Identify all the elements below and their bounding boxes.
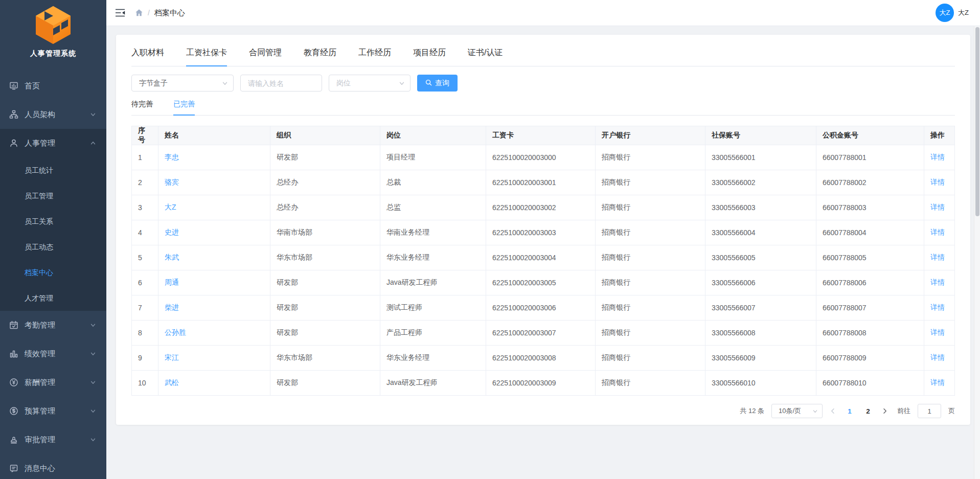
tab[interactable]: 项目经历 xyxy=(413,43,446,66)
chevron-down-icon xyxy=(399,80,405,86)
scrollbar-thumb[interactable] xyxy=(975,27,979,216)
approval-icon xyxy=(9,435,18,444)
prev-page-button[interactable] xyxy=(830,408,836,414)
chevron-down-icon xyxy=(90,111,96,118)
detail-link[interactable]: 详情 xyxy=(924,220,955,245)
subtab[interactable]: 已完善 xyxy=(173,100,195,115)
cell-name-link[interactable]: 宋江 xyxy=(158,346,270,371)
detail-link[interactable]: 详情 xyxy=(924,371,955,396)
tab[interactable]: 工资社保卡 xyxy=(186,43,227,66)
dashboard-icon xyxy=(9,81,18,90)
detail-link[interactable]: 详情 xyxy=(924,295,955,321)
sidebar-group: 人员架构 xyxy=(0,100,106,129)
page-size-select[interactable]: 10条/页 xyxy=(771,404,823,418)
detail-link[interactable]: 详情 xyxy=(924,245,955,270)
table-row: 8公孙胜研发部产品工程师6225100020003007招商银行33005566… xyxy=(132,321,955,346)
cell-org: 研发部 xyxy=(270,371,380,396)
column-header: 组织 xyxy=(270,126,380,145)
next-page-button[interactable] xyxy=(882,408,888,414)
detail-link[interactable]: 详情 xyxy=(924,346,955,371)
name-input[interactable] xyxy=(240,75,322,92)
cell-salary-card: 6225100020003009 xyxy=(486,371,596,396)
cell-org: 研发部 xyxy=(270,295,380,321)
company-select[interactable]: 字节盒子 xyxy=(131,75,234,92)
cell-name-link[interactable]: 武松 xyxy=(158,371,270,396)
sidebar-subitem[interactable]: 员工统计 xyxy=(0,157,106,183)
detail-link[interactable]: 详情 xyxy=(924,195,955,220)
sidebar-item[interactable]: 人事管理 xyxy=(0,129,106,157)
column-header: 岗位 xyxy=(380,126,486,145)
sidebar-group: 审批管理 xyxy=(0,425,106,454)
sidebar-subitem[interactable]: 员工关系 xyxy=(0,209,106,234)
page-number[interactable]: 1 xyxy=(843,407,856,415)
sidebar-item-label: 首页 xyxy=(25,81,40,91)
sidebar-subitem[interactable]: 人才管理 xyxy=(0,285,106,311)
chevron-down-icon xyxy=(90,322,96,328)
cell-salary-card: 6225100020003006 xyxy=(486,295,596,321)
cell-name-link[interactable]: 骆宾 xyxy=(158,170,270,195)
cell-name-link[interactable]: 朱武 xyxy=(158,245,270,270)
cell-bank: 招商银行 xyxy=(596,220,705,245)
goto-page-input[interactable] xyxy=(918,404,941,418)
cell-org: 研发部 xyxy=(270,270,380,295)
cell-name-link[interactable]: 柴进 xyxy=(158,295,270,321)
cell-fund: 66007788008 xyxy=(816,321,924,346)
sidebar-item[interactable]: 考勤管理 xyxy=(0,311,106,339)
detail-link[interactable]: 详情 xyxy=(924,270,955,295)
cell-fund: 66007788006 xyxy=(816,270,924,295)
tab[interactable]: 教育经历 xyxy=(304,43,336,66)
sidebar-item[interactable]: 薪酬管理 xyxy=(0,368,106,397)
detail-link[interactable]: 详情 xyxy=(924,170,955,195)
breadcrumb-separator: / xyxy=(148,9,150,17)
sidebar-item[interactable]: 消息中心 xyxy=(0,454,106,479)
sidebar-group: 预算管理 xyxy=(0,397,106,425)
cell-salary-card: 6225100020003008 xyxy=(486,346,596,371)
position-select[interactable]: 岗位 xyxy=(329,75,411,92)
sidebar-item[interactable]: 审批管理 xyxy=(0,425,106,454)
cell-name-link[interactable]: 周通 xyxy=(158,270,270,295)
home-icon[interactable] xyxy=(135,9,143,17)
sidebar-item-label: 预算管理 xyxy=(25,406,55,416)
cell-social-security: 33005566006 xyxy=(705,270,816,295)
tab[interactable]: 工作经历 xyxy=(358,43,391,66)
page-scrollbar[interactable] xyxy=(974,26,980,479)
sidebar-item-label: 人员架构 xyxy=(25,110,55,120)
logo-icon xyxy=(0,5,106,45)
cell-social-security: 33005566009 xyxy=(705,346,816,371)
tab[interactable]: 证书/认证 xyxy=(468,43,503,66)
sidebar-group: 消息中心 xyxy=(0,454,106,479)
tab[interactable]: 合同管理 xyxy=(249,43,282,66)
page-size-value: 10条/页 xyxy=(779,406,812,416)
avatar[interactable]: 大Z xyxy=(936,4,954,22)
sidebar-item[interactable]: 首页 xyxy=(0,72,106,100)
menu-fold-icon[interactable] xyxy=(115,8,125,17)
detail-link[interactable]: 详情 xyxy=(924,145,955,170)
pagination-total: 共 12 条 xyxy=(740,406,764,416)
cell-name-link[interactable]: 李忠 xyxy=(158,145,270,170)
search-button[interactable]: 查询 xyxy=(417,75,458,92)
sidebar-item-label: 消息中心 xyxy=(25,464,55,473)
cell-salary-card: 6225100020003003 xyxy=(486,220,596,245)
subtab[interactable]: 待完善 xyxy=(131,100,153,115)
subtab-bar: 待完善已完善 xyxy=(131,100,955,116)
org-icon xyxy=(9,110,18,119)
budget-icon xyxy=(9,406,18,416)
cell-name-link[interactable]: 史进 xyxy=(158,220,270,245)
cell-salary-card: 6225100020003002 xyxy=(486,195,596,220)
calendar-icon xyxy=(9,321,18,330)
cell-name-link[interactable]: 大Z xyxy=(158,195,270,220)
cell-index: 2 xyxy=(132,170,158,195)
table-row: 9宋江华东市场部华东业务经理6225100020003008招商银行330055… xyxy=(132,346,955,371)
cell-name-link[interactable]: 公孙胜 xyxy=(158,321,270,346)
page-number[interactable]: 2 xyxy=(861,407,875,415)
sidebar-subitem[interactable]: 员工动态 xyxy=(0,234,106,260)
sidebar-item[interactable]: 预算管理 xyxy=(0,397,106,425)
sidebar-subitem[interactable]: 档案中心 xyxy=(0,260,106,285)
tab[interactable]: 入职材料 xyxy=(131,43,164,66)
cell-social-security: 33005566010 xyxy=(705,371,816,396)
sidebar-item[interactable]: 绩效管理 xyxy=(0,339,106,368)
column-header: 开户银行 xyxy=(596,126,705,145)
detail-link[interactable]: 详情 xyxy=(924,321,955,346)
sidebar-item[interactable]: 人员架构 xyxy=(0,100,106,129)
sidebar-subitem[interactable]: 员工管理 xyxy=(0,183,106,209)
